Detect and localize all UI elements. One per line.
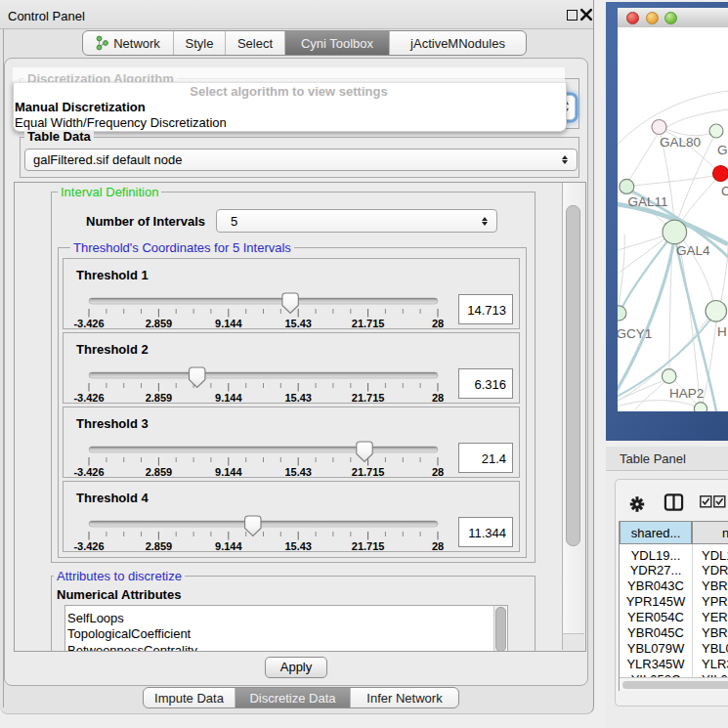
svg-text:15.43: 15.43 — [284, 540, 312, 551]
svg-text:2.859: 2.859 — [146, 540, 173, 551]
svg-text:H: H — [717, 324, 727, 339]
svg-text:15.43: 15.43 — [284, 392, 312, 403]
svg-text:28: 28 — [432, 392, 444, 403]
svg-text:28: 28 — [432, 318, 444, 328]
svg-text:G.: G. — [717, 143, 728, 157]
svg-text:GCY1: GCY1 — [618, 326, 652, 341]
svg-text:C: C — [721, 184, 728, 198]
svg-text:2.859: 2.859 — [146, 318, 173, 328]
svg-text:21.715: 21.715 — [352, 318, 385, 328]
svg-text:9.144: 9.144 — [215, 466, 242, 477]
svg-text:2.859: 2.859 — [146, 392, 173, 403]
svg-text:21.715: 21.715 — [352, 540, 385, 551]
svg-text:2.859: 2.859 — [146, 466, 173, 477]
svg-text:28: 28 — [432, 466, 444, 477]
svg-text:-3.426: -3.426 — [73, 318, 104, 328]
svg-text:GAL11: GAL11 — [628, 194, 668, 209]
svg-text:15.43: 15.43 — [284, 466, 312, 477]
svg-text:9.144: 9.144 — [215, 318, 242, 328]
svg-text:-3.426: -3.426 — [73, 392, 104, 403]
svg-text:GAL80: GAL80 — [660, 135, 701, 150]
svg-text:-3.426: -3.426 — [73, 540, 104, 551]
svg-text:21.715: 21.715 — [352, 466, 385, 477]
svg-text:9.144: 9.144 — [215, 540, 242, 551]
svg-text:9.144: 9.144 — [215, 392, 242, 403]
svg-text:28: 28 — [432, 540, 444, 551]
svg-text:15.43: 15.43 — [284, 318, 312, 328]
svg-text:GAL4: GAL4 — [676, 243, 710, 258]
svg-text:HAP2: HAP2 — [669, 386, 704, 401]
svg-text:-3.426: -3.426 — [73, 466, 104, 477]
svg-text:21.715: 21.715 — [352, 392, 385, 403]
